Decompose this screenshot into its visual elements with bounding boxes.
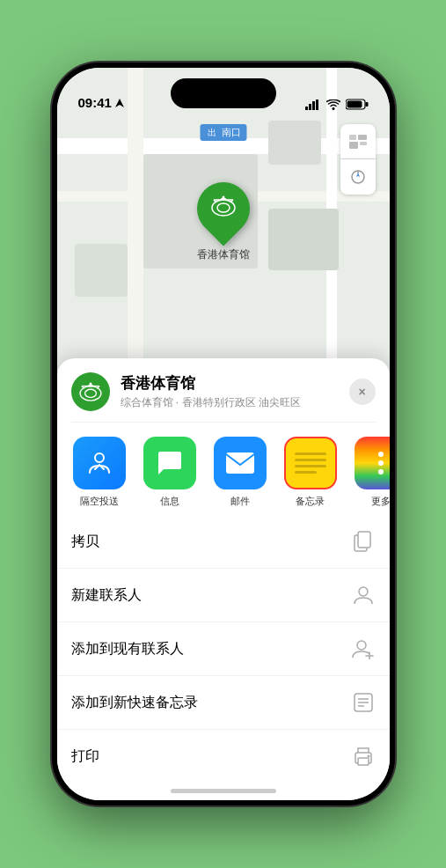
quick-note-label: 添加到新快速备忘录: [71, 694, 198, 712]
map-controls: [340, 124, 376, 195]
map-block3: [268, 121, 321, 165]
map-exit-label: 出 南口: [200, 124, 246, 141]
share-item-messages[interactable]: 信息: [135, 437, 205, 508]
map-view-button[interactable]: [340, 124, 376, 159]
more-label: 更多: [371, 495, 390, 508]
svg-rect-1: [305, 107, 308, 110]
add-existing-icon: [351, 636, 376, 661]
map-block2: [268, 209, 339, 270]
copy-icon-svg: [354, 531, 373, 552]
svg-marker-15: [356, 173, 360, 177]
venue-stadium-icon: [79, 382, 102, 401]
copy-label: 拷贝: [71, 533, 99, 551]
home-indicator: [171, 789, 276, 793]
svg-point-17: [217, 203, 230, 212]
venue-icon: [71, 372, 110, 411]
notes-icon-bg: [284, 437, 337, 489]
svg-point-29: [89, 382, 91, 385]
svg-rect-8: [365, 102, 368, 107]
svg-rect-2: [309, 104, 311, 110]
location-pin: 香港体育馆: [197, 182, 250, 262]
add-existing-label: 添加到现有联系人: [71, 640, 184, 658]
pin-icon: [186, 172, 260, 246]
print-icon: [351, 744, 376, 769]
venue-subtitle: 综合体育馆 · 香港特别行政区 油尖旺区: [121, 395, 349, 410]
venue-info: 香港体育馆 综合体育馆 · 香港特别行政区 油尖旺区: [121, 373, 349, 410]
svg-rect-4: [316, 99, 318, 110]
quick-note-icon: [351, 690, 376, 715]
mail-icon: [224, 451, 256, 475]
svg-rect-3: [312, 101, 315, 110]
share-item-mail[interactable]: 邮件: [205, 437, 275, 508]
mail-label: 邮件: [230, 495, 250, 508]
close-button[interactable]: ×: [349, 379, 376, 405]
messages-icon: [155, 448, 185, 478]
svg-point-44: [367, 755, 369, 758]
action-row-new-contact[interactable]: 新建联系人: [57, 569, 390, 622]
copy-icon: [351, 529, 376, 554]
svg-rect-21: [221, 198, 226, 201]
venue-header: 香港体育馆 综合体育馆 · 香港特别行政区 油尖旺区 ×: [57, 358, 390, 422]
notes-label: 备忘录: [296, 495, 325, 508]
messages-label: 信息: [160, 495, 179, 508]
map-view-icon: [349, 135, 367, 149]
notes-lines: [295, 452, 326, 474]
share-item-more[interactable]: 更多: [346, 437, 390, 508]
action-row-quick-note[interactable]: 添加到新快速备忘录: [57, 676, 390, 730]
new-contact-icon: [351, 583, 376, 607]
status-icons: [305, 99, 369, 110]
venue-name: 香港体育馆: [121, 373, 349, 394]
svg-point-35: [357, 641, 366, 650]
person-icon: [353, 585, 374, 606]
airdrop-label: 隔空投送: [80, 495, 119, 508]
new-contact-label: 新建联系人: [71, 586, 142, 605]
svg-rect-12: [360, 142, 367, 145]
airdrop-icon-bg: [73, 437, 126, 489]
svg-point-34: [359, 587, 368, 596]
action-row-add-existing[interactable]: 添加到现有联系人: [57, 622, 390, 676]
svg-rect-11: [349, 142, 358, 149]
mail-icon-bg: [214, 437, 267, 489]
status-time: 09:41: [78, 95, 124, 110]
action-row-copy[interactable]: 拷贝: [57, 515, 390, 569]
svg-marker-0: [115, 99, 124, 107]
messages-icon-bg: [143, 437, 196, 489]
map-label-text: 南口: [222, 127, 241, 137]
phone-frame: 09:41: [52, 63, 395, 805]
pin-inner: [211, 195, 236, 222]
wifi-icon: [326, 99, 340, 110]
print-label: 打印: [71, 747, 99, 766]
more-icon-bg: [355, 437, 390, 489]
svg-rect-33: [358, 532, 370, 548]
time-text: 09:41: [78, 95, 112, 110]
phone-screen: 09:41: [57, 68, 390, 800]
svg-rect-10: [358, 135, 367, 140]
location-arrow-icon: [115, 99, 124, 107]
svg-rect-9: [349, 135, 356, 140]
print-icon-svg: [353, 747, 374, 766]
share-row: 隔空投送 信息: [57, 423, 390, 515]
share-item-airdrop[interactable]: 隔空投送: [64, 437, 135, 508]
pin-label: 香港体育馆: [197, 247, 250, 262]
bottom-sheet: 香港体育馆 综合体育馆 · 香港特别行政区 油尖旺区 ×: [57, 358, 390, 800]
battery-icon: [346, 99, 369, 110]
svg-point-5: [332, 107, 334, 110]
svg-rect-7: [347, 101, 362, 108]
svg-rect-43: [358, 758, 369, 765]
note-icon: [354, 693, 373, 712]
person-add-icon: [352, 638, 375, 659]
dynamic-island: [171, 78, 276, 108]
share-item-notes[interactable]: 备忘录: [275, 437, 346, 508]
svg-point-30: [95, 453, 104, 462]
compass-icon: [350, 169, 366, 185]
svg-point-24: [84, 389, 96, 397]
airdrop-icon: [84, 448, 114, 478]
svg-rect-31: [226, 452, 254, 474]
signal-icon: [305, 99, 321, 110]
stadium-icon: [211, 195, 236, 217]
location-button[interactable]: [340, 159, 376, 195]
action-row-print[interactable]: 打印: [57, 730, 390, 783]
map-block4: [75, 244, 128, 297]
